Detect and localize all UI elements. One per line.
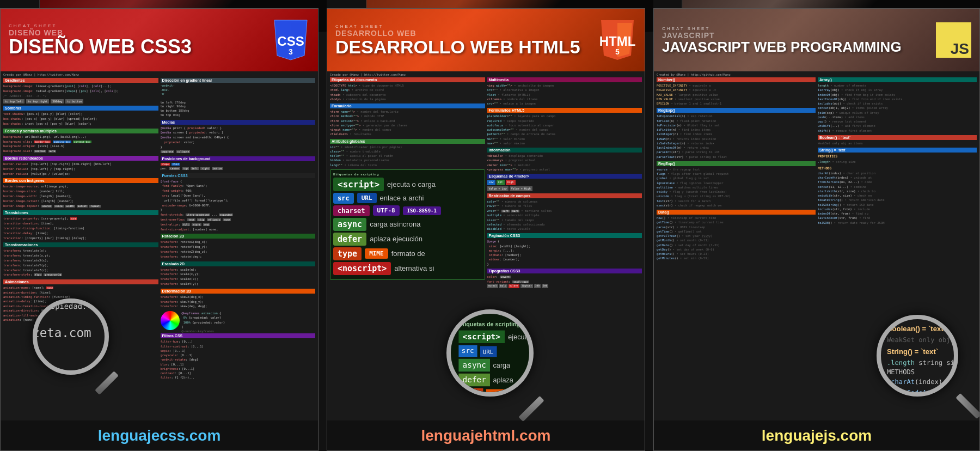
css-footer: LenguajeCSS.com bbox=[1, 420, 318, 450]
html-meter-section: Esquemas de <meter> Low Opt High Value +… bbox=[487, 174, 642, 191]
defer-row: defer aplaza ejecución bbox=[333, 233, 482, 246]
css-transitions-section: Transiciones transition-property: [css-p… bbox=[3, 210, 158, 240]
html-meter-title: Esquemas de <meter> bbox=[487, 174, 642, 179]
js-logo: JS bbox=[936, 22, 971, 58]
html-footer-url: LenguajeHTML.com bbox=[421, 427, 550, 444]
css3-logo: CSS 3 bbox=[272, 17, 310, 63]
html-typo-section: Tipografías CSS3 color: invert font-vari… bbox=[487, 269, 642, 288]
css-transforms-title: Transformaciones bbox=[3, 242, 158, 247]
css-filters-title: Filtros CSS bbox=[161, 333, 316, 338]
html-footer: LenguajeHTML.com bbox=[327, 420, 645, 450]
mime-desc: formato de bbox=[391, 249, 425, 258]
css-animations-title: Animaciones bbox=[3, 279, 158, 284]
js-header-bg: CHEAT SHEET JAVASCRIPT JAVASCRIPT WEB PR… bbox=[654, 9, 979, 71]
css-cheat-label: CHEAT SHEET bbox=[9, 23, 192, 28]
html-magnify-glass: Etiquetas de scripting <script> ejecuta … bbox=[446, 309, 534, 397]
css-creator: Creado por @Manz | http://twitter.com/Ma… bbox=[3, 73, 315, 76]
html-info-section: Información <details> • despliega conten… bbox=[487, 148, 642, 172]
html-pagination-title: Paginación CSS3 bbox=[487, 233, 642, 238]
css-front-panel: CHEAT SHEET DISEÑO WEB DISEÑO WEB CSS3 C… bbox=[0, 8, 318, 451]
css-transitions-title: Transiciones bbox=[3, 210, 158, 215]
css-footer-url: LenguajeCSS.com bbox=[98, 427, 221, 444]
css-direction-section: Dirección en gradient lineal -webkit- -m… bbox=[161, 78, 316, 118]
js-logo-text: JS bbox=[948, 40, 971, 58]
html-cheat-label: CHEAT SHEET bbox=[335, 24, 580, 29]
css-shadows-section: Sombras text-shadow: [pos-x] [pos-y] [bl… bbox=[3, 106, 158, 126]
css-rounded-title: Bordes redondeados bbox=[3, 156, 158, 161]
script-tag: <script> bbox=[333, 178, 384, 191]
css-multi-bg-section: Fondos y sombras múltiples background: u… bbox=[3, 129, 158, 154]
js-panel: CHEAT SHEET JAVASCRIPT WEB PROG CHEAT SH… bbox=[653, 0, 980, 451]
js-date-section: Date() now() • timestamp of current time… bbox=[657, 210, 816, 261]
css-title-area: CHEAT SHEET DISEÑO WEB DISEÑO WEB CSS3 bbox=[9, 23, 192, 57]
noscript-tag: <noscript> bbox=[333, 262, 391, 275]
script-tag-row: <script> ejecuta o carga bbox=[333, 178, 482, 191]
html-panel: CHEAT SHEET DESARROLLO WEB HTML5 <!DOCTY… bbox=[327, 0, 653, 451]
js-title-large: JAVASCRIPT WEB PROGRAMMING bbox=[662, 40, 902, 54]
svg-text:3: 3 bbox=[289, 47, 293, 56]
async-desc: carga asíncrona bbox=[370, 220, 420, 228]
js-magnify-glass: Boolean() = `text` WeakSet only obj as i… bbox=[877, 315, 958, 397]
css-gradients-section: Gradientes background-image: linear-grad… bbox=[3, 78, 158, 103]
type-row: type MIME formato de bbox=[333, 247, 482, 260]
js-creator: Created by @Manz | http://github.com/Man… bbox=[657, 73, 977, 76]
js-math-section: RegExp() toExponential(n) • exp rotation… bbox=[657, 108, 816, 159]
html-field-restrict-section: Restricción de campos cols="" • número d… bbox=[487, 193, 642, 231]
async-row: async carga asíncrona bbox=[333, 218, 482, 231]
svg-text:HTML: HTML bbox=[599, 34, 636, 48]
css-positions-title: Posiciones de background bbox=[161, 156, 316, 161]
js-number-title: Number() bbox=[657, 77, 816, 82]
html-form-title: Formulario bbox=[330, 103, 485, 108]
iso-label: ISO-8859-1 bbox=[403, 206, 441, 215]
html-typo-title: Tipografías CSS3 bbox=[487, 269, 642, 273]
js-cheat-label: CHEAT SHEET bbox=[662, 26, 902, 31]
css-border-img-title: Bordes con imágenes bbox=[3, 178, 158, 183]
css-rotation-section: Rotación 2D transform: rotateX(deg_x); t… bbox=[161, 234, 316, 259]
html-form-fields-section: Formularios HTML5 placeholder="" • leyen… bbox=[487, 108, 642, 145]
css-shadows-title: Sombras bbox=[3, 106, 158, 111]
css-fonts-section: Fuentes CSS3 @font-face { font-family: '… bbox=[161, 173, 316, 232]
html-header-bg: CHEAT SHEET DESARROLLO WEB DESARROLLO WE… bbox=[327, 9, 645, 71]
css-transforms-section: Transformaciones transform: translate(x)… bbox=[3, 242, 158, 277]
js-array-section: Array() length • number of elements isAr… bbox=[818, 77, 977, 133]
css-magnify-glass: @keyframes animacion { 0% { propiedad: v… bbox=[33, 298, 109, 375]
async-attr: async bbox=[333, 218, 366, 231]
js-boolean-title: Boolean() = `text` bbox=[818, 135, 977, 140]
html-multimedia-title: Multimedia bbox=[487, 77, 642, 82]
css-header-bg: CHEAT SHEET DISEÑO WEB DISEÑO WEB CSS3 C… bbox=[1, 9, 318, 71]
url-label: URL bbox=[357, 193, 377, 203]
js-string-title: String() = `text` bbox=[818, 148, 977, 153]
utf8-label: UTF-8 bbox=[373, 205, 400, 216]
html-form-fields-title: Formularios HTML5 bbox=[487, 108, 642, 113]
css-border-img-section: Bordes con imágenes border-image-source:… bbox=[3, 178, 158, 208]
css-rounded-section: Bordes redondeados border-radius: [top-l… bbox=[3, 156, 158, 176]
css-multi-bg-title: Fondos y sombras múltiples bbox=[3, 129, 158, 133]
css-media-section: Medias @media print { propiedad: valor; … bbox=[161, 120, 316, 155]
html-form-section: Formulario <form name=""> • nombre del f… bbox=[330, 103, 485, 137]
js-header: CHEAT SHEET JAVASCRIPT JAVASCRIPT WEB PR… bbox=[654, 9, 979, 71]
css-header: CHEAT SHEET DISEÑO WEB DISEÑO WEB CSS3 C… bbox=[1, 9, 318, 71]
js-regexp-section: RegExp() source • the regexp text flags … bbox=[657, 161, 816, 208]
js-math-title: RegExp() bbox=[657, 108, 816, 113]
svg-text:5: 5 bbox=[615, 47, 620, 56]
defer-attr: defer bbox=[333, 233, 366, 246]
js-footer: LenguajeJS.com bbox=[654, 420, 979, 450]
js-boolean-section: Boolean() = `text` WeakSet only obj as i… bbox=[818, 135, 977, 145]
css-col-right: Dirección en gradient lineal -webkit- -m… bbox=[161, 78, 316, 420]
main-container: CHEAT SHEET DISEÑO WEB CSS background-im… bbox=[0, 0, 980, 451]
js-number-section: Number() POSITIVE_INFINITY • equivale a … bbox=[657, 77, 816, 106]
noscript-desc: alternativa si bbox=[394, 264, 434, 272]
html-title-area: CHEAT SHEET DESARROLLO WEB DESARROLLO WE… bbox=[335, 24, 580, 56]
html-global-attrs-section: Atributos globales id="" • identificador… bbox=[330, 139, 485, 167]
html-doc-tags-title: Etiquetas del documento bbox=[330, 77, 485, 82]
script-executes-label: ejecuta o carga bbox=[387, 180, 436, 188]
css-title-large: DISEÑO WEB CSS3 bbox=[9, 37, 192, 57]
css-filters-section: Filtros CSS filter-hue: [0...] filter-co… bbox=[161, 333, 316, 380]
css-scale-section: Escalado 2D transform: scale(n); transfo… bbox=[161, 261, 316, 287]
charset-attr: charset bbox=[333, 205, 370, 216]
link-label: enlace a archi bbox=[380, 194, 424, 202]
src-row: src URL enlace a archi bbox=[333, 193, 482, 204]
src-attr: src bbox=[333, 193, 354, 204]
html-header: CHEAT SHEET DESARROLLO WEB DESARROLLO WE… bbox=[327, 9, 645, 71]
css-direction-title: Dirección en gradient lineal bbox=[161, 78, 316, 83]
